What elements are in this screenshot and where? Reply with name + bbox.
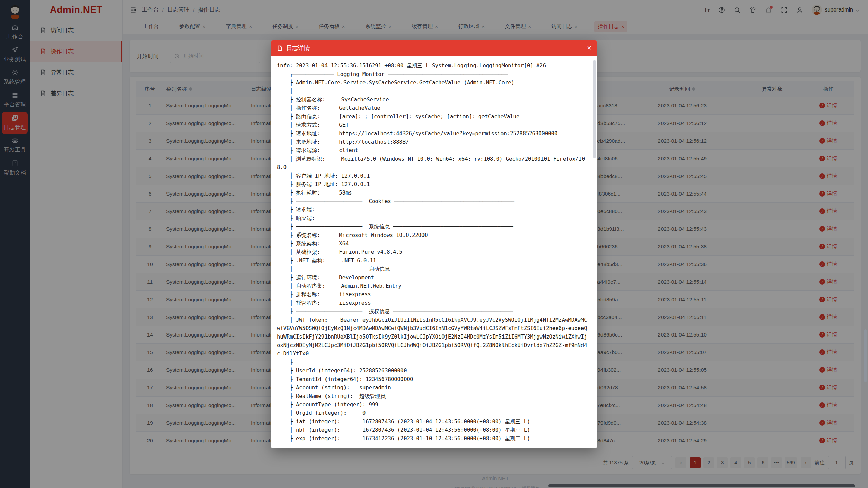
log-detail-dialog: 日志详情 × info: 2023-01-04 12:55:36.1516291… [271,40,597,448]
horizontal-scrollbar[interactable] [548,484,855,487]
dialog-header: 日志详情 × [271,40,597,56]
dialog-scrollbar[interactable] [593,60,596,158]
app-root: 工作台 业务测试 系统管理 平台管理 日志管理 开发工具 帮助文档 Admin.… [0,0,868,488]
close-icon[interactable]: × [587,44,591,52]
dialog-body: info: 2023-01-04 12:55:36.1516291 +08:00… [271,56,597,448]
document-icon [277,45,283,52]
log-text: info: 2023-01-04 12:55:36.1516291 +08:00… [271,56,597,443]
vertical-scrollbar[interactable] [864,329,867,382]
dialog-title: 日志详情 [286,44,310,52]
